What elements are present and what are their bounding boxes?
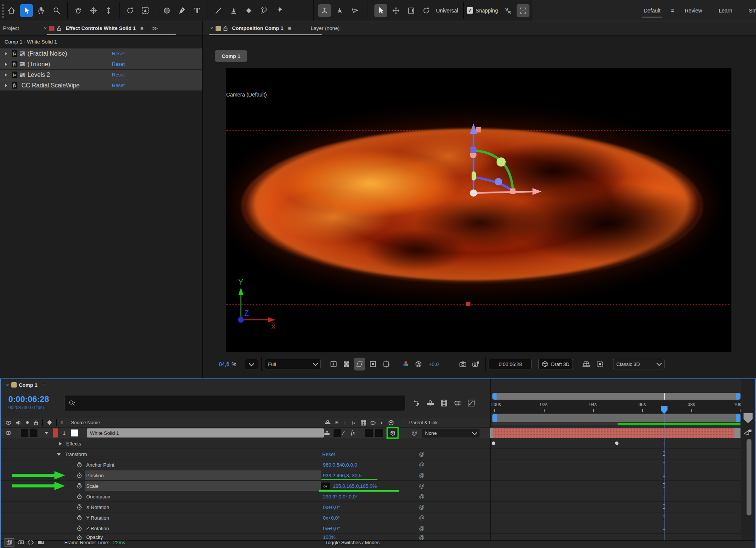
transform-group-row[interactable]: Transform Reset @ [1, 448, 491, 459]
graph-editor-icon[interactable] [466, 397, 477, 409]
layer-collapse-toggle[interactable] [334, 429, 341, 437]
universal-3d-gizmo[interactable] [446, 117, 551, 208]
guide-handle[interactable] [466, 302, 470, 306]
channel-icon[interactable] [401, 358, 411, 371]
layer-shy-toggle[interactable] [324, 430, 330, 436]
gizmo-select-icon[interactable] [374, 4, 387, 17]
timeline-search-input[interactable] [64, 395, 405, 411]
property-value[interactable]: 290,9°,0,0°,0,0° [323, 494, 358, 500]
layer-frame-blend-toggle[interactable] [365, 429, 373, 437]
renderer-dropdown[interactable]: Classic 3D [613, 359, 664, 369]
dolly-camera-tool[interactable] [102, 4, 115, 17]
source-name-header[interactable]: Source Name [71, 420, 100, 425]
home-icon[interactable] [5, 4, 18, 17]
layer-duration-bar[interactable] [493, 428, 734, 438]
stopwatch-icon[interactable] [76, 483, 82, 489]
more-tabs-icon[interactable]: ≫ [152, 25, 158, 32]
pen-tool[interactable] [175, 4, 188, 17]
effect-controls-tab[interactable]: Effect Controls White Solid 1 [66, 25, 136, 31]
layer-label-chip[interactable] [53, 428, 58, 437]
toggle-switches-modes-button[interactable]: Toggle Switches / Modes [325, 540, 380, 545]
mini-flowchart-icon[interactable] [411, 397, 422, 409]
property-row-y-rotation[interactable]: Y Rotation 0x+0,0° @ [1, 512, 491, 523]
pickwhip-icon[interactable]: @ [419, 504, 424, 510]
group-chevron-icon[interactable] [57, 452, 61, 456]
stopwatch-icon[interactable] [76, 494, 82, 500]
fast-previews-icon[interactable] [328, 358, 339, 371]
pickwhip-icon[interactable]: @ [419, 494, 424, 500]
pickwhip-icon[interactable]: @ [419, 525, 424, 531]
close-tab-icon[interactable]: × [210, 25, 213, 31]
pickwhip-icon[interactable]: @ [419, 483, 424, 489]
transform-reset-link[interactable]: Reset [322, 451, 335, 457]
property-value[interactable]: 0x+0,0° [323, 504, 340, 510]
property-value[interactable]: 933,2,466,3,-30,5 [323, 473, 362, 478]
hand-tool[interactable] [35, 4, 48, 17]
camera-tool[interactable] [139, 4, 152, 17]
region-of-interest-icon[interactable] [368, 358, 378, 371]
world-axis-mode-icon[interactable] [333, 4, 346, 17]
property-value[interactable]: 0x+0,0° [323, 526, 340, 531]
timeline-vertical-scrollbar[interactable] [747, 439, 751, 515]
snapping-label[interactable]: Snapping [475, 8, 498, 14]
panel-menu-icon[interactable]: ≡ [42, 382, 45, 388]
shape-tool[interactable] [160, 4, 173, 17]
layer-tab[interactable]: Layer (none) [311, 25, 340, 31]
mask-visibility-icon[interactable] [354, 358, 365, 371]
property-value[interactable]: 960,0,540,0,0,0 [323, 462, 357, 468]
keyframe-dot[interactable] [492, 442, 495, 445]
snapshot-icon[interactable] [458, 358, 468, 371]
navigator-start-handle[interactable] [492, 393, 497, 400]
unlock-icon[interactable] [223, 26, 228, 31]
layer-bar-right-cap[interactable] [734, 428, 740, 438]
shy-layers-icon[interactable] [425, 397, 436, 409]
work-area-bar[interactable] [492, 414, 740, 422]
gizmo-move-icon[interactable] [390, 4, 402, 17]
unlock-icon[interactable] [56, 26, 62, 31]
lock-toggle[interactable] [30, 429, 37, 437]
zoom-dropdown[interactable] [245, 359, 258, 369]
stopwatch-icon[interactable] [76, 472, 82, 478]
layer-fx-toggle[interactable]: fx [351, 430, 355, 436]
panel-menu-icon[interactable]: ≡ [288, 25, 291, 31]
parent-pickwhip-icon[interactable]: @ [411, 430, 417, 436]
property-value[interactable]: 0x+0,0° [323, 515, 340, 521]
stopwatch-icon[interactable] [76, 504, 82, 510]
render-time-icon[interactable] [37, 540, 45, 545]
transparency-grid-icon[interactable] [341, 358, 352, 371]
pan-camera-tool[interactable] [87, 4, 100, 17]
panel-menu-icon[interactable]: ≡ [140, 25, 143, 31]
effect-row-tritone[interactable]: fx (Tritone) Reset [0, 59, 202, 69]
gizmo-scale-icon[interactable] [405, 4, 418, 17]
workspace-tab-default[interactable]: Default [644, 8, 660, 14]
current-time-display[interactable]: 0:00:06:28 [8, 394, 49, 404]
composition-tab[interactable]: Composition Comp 1 [232, 25, 284, 31]
selection-tool[interactable] [20, 4, 33, 17]
group-chevron-icon[interactable] [58, 442, 62, 446]
orbit-camera-tool[interactable] [72, 4, 85, 17]
universal-gizmo-label[interactable]: Universal [436, 8, 458, 14]
pickwhip-icon[interactable]: @ [419, 462, 424, 468]
property-row-scale[interactable]: Scale ∞ 165,0,165,0,165,0% @ [1, 480, 491, 491]
close-tab-icon[interactable]: × [44, 25, 47, 31]
comp-breadcrumb-chip[interactable]: Comp 1 [215, 50, 247, 62]
workspace-tab-review[interactable]: Review [685, 8, 702, 14]
rotation-tool[interactable] [124, 4, 137, 17]
reset-link[interactable]: Reset [112, 51, 125, 56]
playhead-line[interactable] [664, 407, 664, 540]
effect-row-cc-radial-scalewipe[interactable]: fx CC Radial ScaleWipe Reset [0, 80, 202, 90]
show-snapshot-icon[interactable] [470, 358, 481, 371]
zoom-value[interactable]: 84,6 [219, 361, 229, 367]
layer-motion-blur-toggle[interactable] [375, 429, 383, 437]
puppet-pin-tool[interactable] [273, 4, 286, 17]
stopwatch-icon[interactable] [76, 462, 82, 468]
navigator-end-handle[interactable] [736, 393, 740, 400]
solo-toggle[interactable] [21, 429, 28, 437]
clone-stamp-tool[interactable] [227, 4, 240, 17]
frame-blending-icon[interactable] [438, 397, 450, 409]
pickwhip-icon[interactable]: @ [419, 515, 424, 521]
property-row-anchor-point[interactable]: Anchor Point 960,0,540,0,0,0 @ [1, 459, 491, 470]
close-tab-icon[interactable]: × [6, 382, 9, 388]
guides-options-icon[interactable] [380, 358, 392, 371]
3d-ground-plane-icon[interactable] [581, 358, 592, 371]
